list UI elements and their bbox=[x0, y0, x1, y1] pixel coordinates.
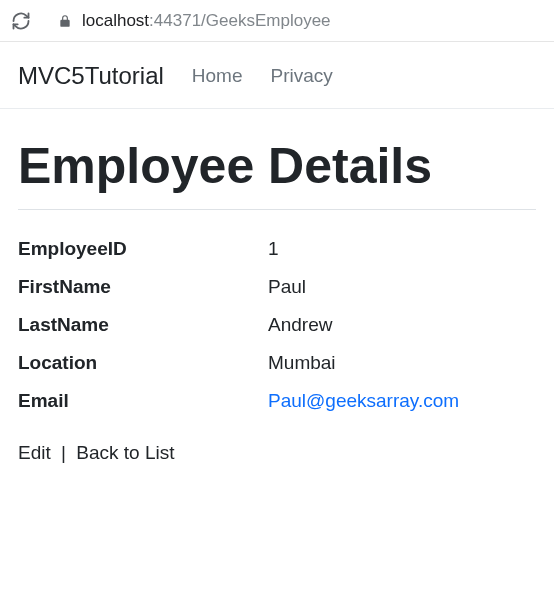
url-text: localhost:44371/GeeksEmployee bbox=[82, 11, 331, 31]
page-title: Employee Details bbox=[18, 137, 536, 195]
url-port: :44371 bbox=[149, 11, 201, 30]
navbar: MVC5Tutorial Home Privacy bbox=[0, 42, 554, 109]
url-host: localhost bbox=[82, 11, 149, 30]
field-label: Location bbox=[18, 352, 268, 374]
reload-icon bbox=[11, 11, 31, 31]
back-to-list-link[interactable]: Back to List bbox=[76, 442, 174, 463]
field-label: LastName bbox=[18, 314, 268, 336]
url-input[interactable]: localhost:44371/GeeksEmployee bbox=[46, 5, 544, 37]
field-value: 1 bbox=[268, 238, 279, 260]
divider bbox=[18, 209, 536, 210]
field-row-email: Email Paul@geeksarray.com bbox=[18, 382, 536, 420]
field-row-employee-id: EmployeeID 1 bbox=[18, 230, 536, 268]
reload-button[interactable] bbox=[10, 10, 32, 32]
field-label: EmployeeID bbox=[18, 238, 268, 260]
email-link[interactable]: Paul@geeksarray.com bbox=[268, 390, 459, 411]
brand-link[interactable]: MVC5Tutorial bbox=[18, 62, 164, 90]
field-row-first-name: FirstName Paul bbox=[18, 268, 536, 306]
field-value: Mumbai bbox=[268, 352, 336, 374]
lock-icon bbox=[58, 14, 72, 28]
field-value: Andrew bbox=[268, 314, 332, 336]
browser-address-bar: localhost:44371/GeeksEmployee bbox=[0, 0, 554, 42]
nav-home[interactable]: Home bbox=[192, 65, 243, 87]
field-value: Paul@geeksarray.com bbox=[268, 390, 459, 412]
field-label: Email bbox=[18, 390, 268, 412]
page-content: Employee Details EmployeeID 1 FirstName … bbox=[0, 109, 554, 482]
url-path: /GeeksEmployee bbox=[201, 11, 330, 30]
separator: | bbox=[61, 442, 66, 463]
field-row-last-name: LastName Andrew bbox=[18, 306, 536, 344]
action-bar: Edit | Back to List bbox=[18, 442, 536, 464]
field-value: Paul bbox=[268, 276, 306, 298]
field-label: FirstName bbox=[18, 276, 268, 298]
edit-link[interactable]: Edit bbox=[18, 442, 51, 463]
field-row-location: Location Mumbai bbox=[18, 344, 536, 382]
nav-privacy[interactable]: Privacy bbox=[271, 65, 333, 87]
